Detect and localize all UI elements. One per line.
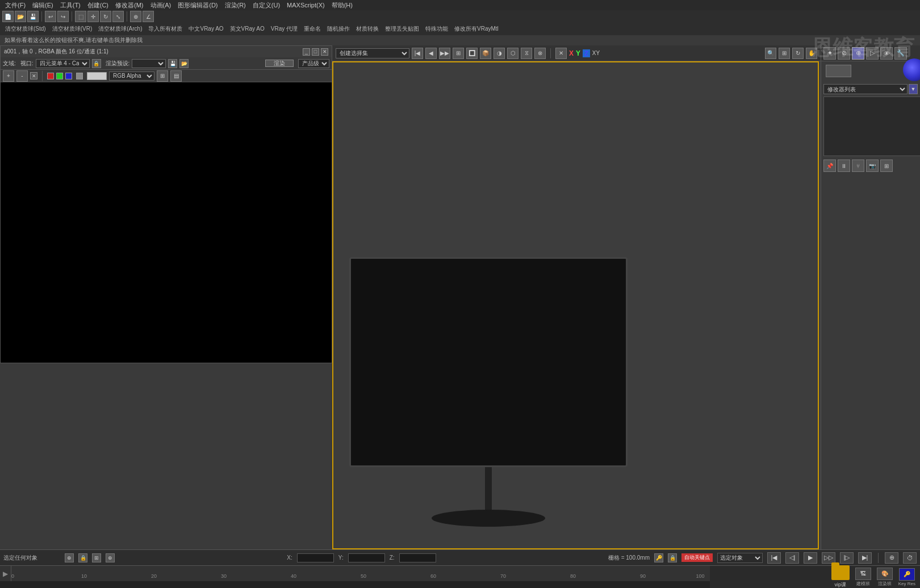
vp-pan[interactable]: ✋ <box>806 48 817 59</box>
menu-tools[interactable]: 工具(T) <box>57 1 83 10</box>
render-btn[interactable]: 渲染 <box>265 60 294 67</box>
btn-vray-proxy[interactable]: VRay 代理 <box>268 24 300 34</box>
timeline-expand-btn[interactable]: ▶ <box>0 566 11 581</box>
render-tool-1[interactable]: + <box>3 70 14 82</box>
selection-set-dropdown[interactable]: 创建选择集 <box>336 48 409 58</box>
toolbar-save[interactable]: 💾 <box>27 11 39 22</box>
toolbar-open[interactable]: 📂 <box>15 11 26 22</box>
next-frame-btn[interactable]: ▶| <box>858 552 872 564</box>
toolbar-redo[interactable]: ↪ <box>57 11 69 22</box>
channel-dropdown[interactable]: RGB Alpha <box>109 72 154 81</box>
mod-btn-camera[interactable]: 📷 <box>866 159 879 172</box>
btn-chinese-ao[interactable]: 中文VRay AO <box>186 24 226 34</box>
vp-tool-anim10[interactable]: ⊗ <box>534 48 546 59</box>
panel-motion-icon[interactable]: ▷ <box>866 47 879 60</box>
vp-zoom-2[interactable]: ⊞ <box>779 48 790 59</box>
menu-help[interactable]: 帮助(H) <box>329 1 356 10</box>
vp-tool-anim4[interactable]: ⊞ <box>453 48 464 59</box>
panel-display-icon[interactable]: 👁 <box>880 47 893 60</box>
menu-graph-editor[interactable]: 图形编辑器(D) <box>175 1 220 10</box>
vp-tool-cross[interactable]: ✕ <box>555 48 567 59</box>
vp-tool-anim6[interactable]: 📦 <box>480 48 491 59</box>
panel-rendering[interactable]: 🎨 渲染班 <box>877 568 893 587</box>
menu-render[interactable]: 渲染(R) <box>222 1 249 10</box>
vp-tool-anim2[interactable]: ◀ <box>425 48 437 59</box>
toolbar-new[interactable]: 📄 <box>2 11 14 22</box>
toolbar-rotate[interactable]: ↻ <box>100 11 111 22</box>
mod-btn-pause[interactable]: ⏸ <box>838 159 850 172</box>
color-red-btn[interactable] <box>47 73 54 79</box>
panel-modeling[interactable]: 🏗 建模班 <box>855 568 871 587</box>
vp-tool-anim1[interactable]: |◀ <box>412 48 423 59</box>
timeline-ruler[interactable]: 0 10 20 30 40 50 60 70 80 90 100 <box>11 566 710 581</box>
play-anim-btn[interactable]: ▷▷ <box>822 552 835 564</box>
vp-zoom-1[interactable]: 🔍 <box>765 48 776 59</box>
vp-tool-anim7[interactable]: ◑ <box>494 48 505 59</box>
render-preset-load[interactable]: 📂 <box>179 59 189 68</box>
modifier-dropdown-btn[interactable]: ▼ <box>909 84 918 94</box>
color-green-btn[interactable] <box>56 73 63 79</box>
time-config[interactable]: ⏱ <box>903 552 917 564</box>
btn-random-op[interactable]: 随机操作 <box>324 24 353 34</box>
channel-tool-2[interactable]: ▤ <box>170 70 182 82</box>
btn-english-ao[interactable]: 英文VRay AO <box>227 24 267 34</box>
vp-tool-anim8[interactable]: ⬡ <box>507 48 518 59</box>
prev-key-btn[interactable]: ◁| <box>785 552 799 564</box>
menu-edit[interactable]: 编辑(E) <box>30 1 56 10</box>
render-tool-2[interactable]: - <box>16 70 28 82</box>
btn-fix-textures[interactable]: 整理丢失贴图 <box>382 24 422 34</box>
render-level-dropdown[interactable]: 产品级 <box>298 59 329 68</box>
menu-file[interactable]: 文件(F) <box>2 1 28 10</box>
toolbar-move[interactable]: ✛ <box>87 11 99 22</box>
menu-animation[interactable]: 动画(A) <box>148 1 174 10</box>
btn-special-func[interactable]: 特殊功能 <box>423 24 451 34</box>
status-icon1[interactable]: ⊕ <box>65 553 74 562</box>
color-white-box[interactable] <box>87 72 107 80</box>
material-color-box[interactable] <box>826 65 851 77</box>
toolbar-snap[interactable]: ⊕ <box>130 11 141 22</box>
color-blue-btn[interactable] <box>65 73 72 79</box>
render-preset-dropdown[interactable] <box>132 59 166 68</box>
menu-create[interactable]: 创建(C) <box>85 1 111 10</box>
zoom-time[interactable]: ⊕ <box>885 552 898 564</box>
select-object-dropdown[interactable]: 选定对象 <box>717 553 763 563</box>
btn-clear-vr[interactable]: 清空材质球(VR) <box>49 24 95 34</box>
toolbar-undo[interactable]: ↩ <box>45 11 56 22</box>
win-maximize[interactable]: □ <box>312 48 319 56</box>
channel-tool-1[interactable]: ⊞ <box>157 70 168 82</box>
modifier-list-dropdown[interactable]: 修改器列表 <box>823 84 908 94</box>
vp-tool-anim3[interactable]: ▶▶ <box>439 48 450 59</box>
vp-tool-anim9[interactable]: ⧖ <box>521 48 532 59</box>
render-close-btn[interactable]: ✕ <box>30 72 37 79</box>
y-input[interactable] <box>348 553 385 562</box>
toolbar-scale[interactable]: ⤡ <box>112 11 124 22</box>
mod-btn-fork[interactable]: ⑂ <box>852 159 864 172</box>
z-input[interactable] <box>399 553 436 562</box>
panel-keyres[interactable]: 🔑 Key Res <box>898 568 915 586</box>
btn-clear-arch[interactable]: 清空材质球(Arch) <box>95 24 145 34</box>
viewport-dropdown[interactable]: 四元菜单 4 - Can <box>36 59 90 68</box>
x-input[interactable] <box>297 553 334 562</box>
vip-folder[interactable]: vip课 <box>831 565 850 588</box>
next-key-btn[interactable]: |▷ <box>840 552 854 564</box>
btn-mat-convert[interactable]: 材质转换 <box>353 24 382 34</box>
lock-icon[interactable]: 🔒 <box>668 553 677 562</box>
vp-tool-anim5[interactable]: 🔳 <box>466 48 478 59</box>
win-minimize[interactable]: _ <box>303 48 310 56</box>
panel-hierarchy-icon[interactable]: ⊕ <box>852 47 864 60</box>
color-alpha-circle[interactable] <box>76 73 83 79</box>
mod-btn-pin[interactable]: 📌 <box>823 159 836 172</box>
panel-utilities-icon[interactable]: 🔧 <box>894 47 907 60</box>
play-btn[interactable]: ▶ <box>804 552 817 564</box>
viewport-lock-btn[interactable]: 🔒 <box>92 59 101 68</box>
status-icon2[interactable]: 🔒 <box>78 553 87 562</box>
btn-modify-vraymt[interactable]: 修改所有VRayMtl <box>451 24 501 34</box>
prev-frame-btn[interactable]: |◀ <box>767 552 781 564</box>
win-close[interactable]: ✕ <box>321 48 328 56</box>
menu-modifiers[interactable]: 修改器(M) <box>112 1 147 10</box>
panel-create-icon[interactable]: ✦ <box>823 47 836 60</box>
render-preset-save[interactable]: 💾 <box>168 59 177 68</box>
btn-clear-std[interactable]: 清空材质球(Std) <box>2 24 49 34</box>
btn-rename[interactable]: 重命名 <box>301 24 324 34</box>
toolbar-select[interactable]: ⬚ <box>75 11 86 22</box>
